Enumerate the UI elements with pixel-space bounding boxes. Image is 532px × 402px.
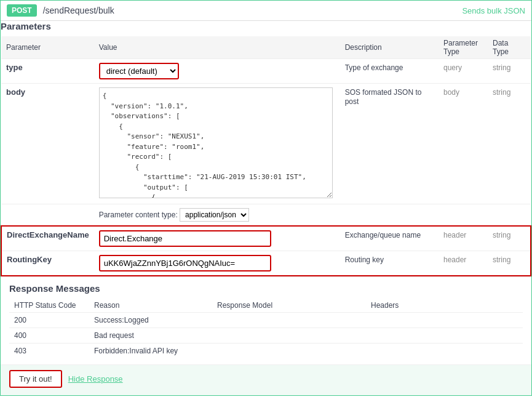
- direct-exchange-description: Exchange/queue name: [345, 231, 421, 239]
- type-data-type: string: [493, 63, 510, 72]
- hide-response-link[interactable]: Hide Response: [68, 374, 123, 384]
- direct-exchange-data-type: string: [493, 231, 510, 239]
- type-param-type: query: [443, 63, 462, 72]
- direct-exchange-input[interactable]: [99, 230, 271, 247]
- content-type-row: Parameter content type: application/json: [1, 204, 531, 227]
- table-row: 403 Forbidden:Invalid API key: [9, 344, 523, 359]
- col-headers: Headers: [366, 299, 523, 313]
- content-type-select[interactable]: application/json: [180, 208, 249, 222]
- routing-key-input[interactable]: [99, 255, 271, 271]
- header-description: Sends bulk JSON: [462, 6, 525, 15]
- api-header: POST /sendRequest/bulk Sends bulk JSON: [1, 1, 531, 21]
- table-row: body { "version": "1.0.1", "observations…: [1, 84, 531, 204]
- body-data-type: string: [493, 88, 510, 97]
- col-parameter: Parameter: [1, 36, 94, 59]
- http-method-badge: POST: [7, 4, 37, 17]
- status-code: 200: [9, 313, 89, 328]
- col-response-model: Response Model: [212, 299, 366, 313]
- parameters-table: Parameter Value Description Parameter Ty…: [1, 36, 531, 276]
- reason: Bad request: [89, 328, 212, 344]
- col-status-code: HTTP Status Code: [9, 299, 89, 313]
- content-type-label: Parameter content type:: [99, 211, 178, 219]
- col-description: Description: [340, 36, 439, 59]
- type-dropdown[interactable]: direct (default) fanout topic: [99, 63, 179, 79]
- body-description: SOS formated JSON to post: [345, 88, 422, 106]
- table-row: type direct (default) fanout topic Type …: [1, 59, 531, 84]
- body-param-type: body: [443, 88, 459, 97]
- routing-key-description: Routing key: [345, 255, 384, 264]
- status-code: 400: [9, 328, 89, 344]
- try-it-out-button[interactable]: Try it out!: [9, 370, 62, 388]
- direct-exchange-param-type: header: [443, 231, 466, 239]
- table-row: 200 Success:Logged: [9, 313, 523, 328]
- routing-key-data-type: string: [493, 255, 510, 264]
- response-messages-section: Response Messages HTTP Status Code Reaso…: [1, 276, 531, 364]
- response-table: HTTP Status Code Reason Response Model H…: [9, 299, 523, 358]
- status-code: 403: [9, 344, 89, 359]
- body-textarea[interactable]: { "version": "1.0.1", "observations": [ …: [99, 87, 333, 198]
- type-description: Type of exchange: [345, 63, 403, 72]
- col-reason: Reason: [89, 299, 212, 313]
- response-model: [212, 344, 366, 359]
- param-name-body: body: [6, 87, 25, 97]
- param-name-direct-exchange: DirectExchangeName: [7, 230, 89, 239]
- headers-cell: [366, 313, 523, 328]
- col-data-type: Data Type: [488, 36, 531, 59]
- param-name-type: type: [6, 63, 23, 72]
- reason: Forbidden:Invalid API key: [89, 344, 212, 359]
- headers-cell: [366, 328, 523, 344]
- reason: Success:Logged: [89, 313, 212, 328]
- response-model: [212, 328, 366, 344]
- endpoint-path: /sendRequest/bulk: [43, 6, 463, 15]
- parameters-section: Parameters Parameter Value Description P…: [1, 21, 531, 276]
- table-row: RoutingKey Routing key header string: [1, 251, 531, 276]
- col-value: Value: [94, 36, 340, 59]
- col-param-type: Parameter Type: [439, 36, 488, 59]
- table-row: 400 Bad request: [9, 328, 523, 344]
- headers-cell: [366, 344, 523, 359]
- response-messages-title: Response Messages: [9, 283, 523, 294]
- table-row: DirectExchangeName Exchange/queue name h…: [1, 226, 531, 251]
- bottom-bar: Try it out! Hide Response: [1, 364, 531, 395]
- parameters-title: Parameters: [1, 21, 531, 31]
- response-model: [212, 313, 366, 328]
- param-name-routing-key: RoutingKey: [7, 255, 52, 264]
- routing-key-param-type: header: [443, 255, 466, 264]
